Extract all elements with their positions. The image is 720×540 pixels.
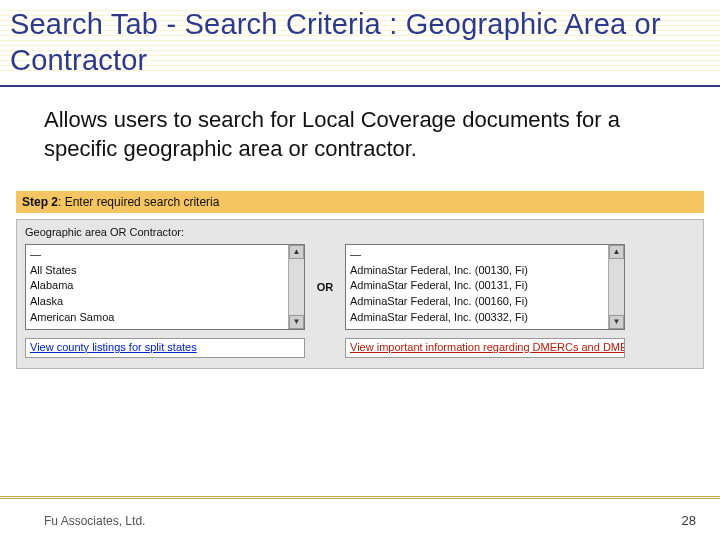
scrollbar[interactable]: ▲ ▼ [608,245,624,329]
slide-body: Allows users to search for Local Coverag… [0,87,720,175]
county-listings-link[interactable]: View county listings for split states [25,338,305,358]
list-item[interactable]: Alaska [30,294,284,310]
contractors-listbox[interactable]: — AdminaStar Federal, Inc. (00130, Fi) A… [345,244,625,330]
list-item[interactable]: AdminaStar Federal, Inc. (00332, Fi) [350,310,604,326]
search-criteria-panel: Geographic area OR Contractor: — All Sta… [16,219,704,369]
criteria-group-label: Geographic area OR Contractor: [25,226,695,238]
scroll-down-icon[interactable]: ▼ [609,315,624,329]
list-item[interactable]: AdminaStar Federal, Inc. (00160, Fi) [350,294,604,310]
dmerc-info-link[interactable]: View important information regarding DME… [345,338,625,358]
page-number: 28 [682,513,696,528]
step-number: Step 2 [22,195,58,209]
slide-title: Search Tab - Search Criteria : Geographi… [10,6,710,79]
footer-divider [0,496,720,506]
scroll-down-icon[interactable]: ▼ [289,315,304,329]
states-listbox[interactable]: — All States Alabama Alaska American Sam… [25,244,305,330]
step-instruction: : Enter required search criteria [58,195,219,209]
step-header: Step 2: Enter required search criteria [16,191,704,213]
footer-company: Fu Associates, Ltd. [44,514,145,528]
scrollbar[interactable]: ▲ ▼ [288,245,304,329]
list-item[interactable]: Alabama [30,278,284,294]
list-item[interactable]: American Samoa [30,310,284,326]
list-item[interactable]: All States [30,263,284,279]
list-item[interactable]: AdminaStar Federal, Inc. (00131, Fi) [350,278,604,294]
list-item[interactable]: — [30,247,284,263]
list-item[interactable]: AdminaStar Federal, Inc. (00130, Fi) [350,263,604,279]
list-item[interactable]: — [350,247,604,263]
scroll-up-icon[interactable]: ▲ [609,245,624,259]
or-separator: OR [313,281,337,293]
scroll-up-icon[interactable]: ▲ [289,245,304,259]
